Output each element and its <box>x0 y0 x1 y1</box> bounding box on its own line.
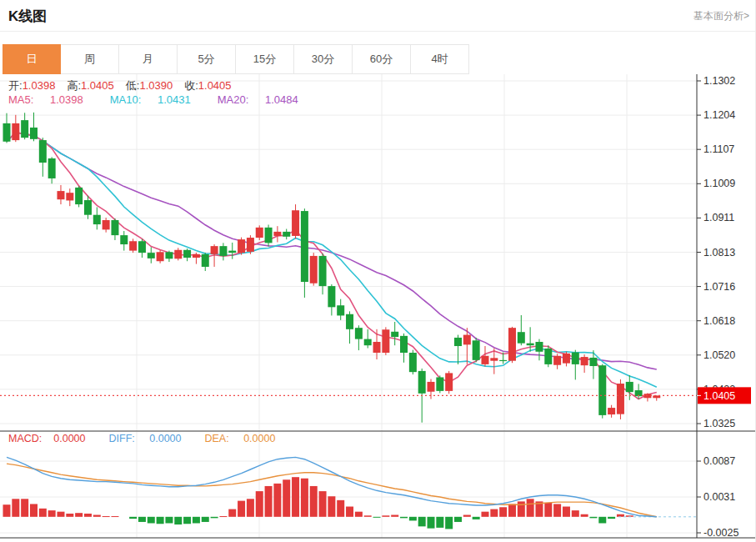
high-label: 高: <box>67 79 81 92</box>
ma5-label: MA5: <box>8 93 33 106</box>
svg-text:1.1204: 1.1204 <box>703 109 735 121</box>
dea-value: 0.0000 <box>243 433 275 444</box>
high-value: 1.0405 <box>81 79 114 92</box>
open-value: 1.0398 <box>23 79 56 92</box>
axis-frame <box>0 74 756 538</box>
close-label: 收: <box>184 79 198 92</box>
macd-value: 0.0000 <box>53 433 85 444</box>
ma20-label: MA20: <box>218 93 249 106</box>
ma20-line <box>7 133 657 369</box>
svg-text:1.0716: 1.0716 <box>703 281 735 293</box>
ma10-value: 1.0431 <box>158 93 191 106</box>
svg-text:1.0618: 1.0618 <box>703 315 735 327</box>
svg-text:1.0911: 1.0911 <box>703 212 734 223</box>
low-value: 1.0390 <box>139 79 173 92</box>
ma10-label: MA10: <box>110 93 142 106</box>
svg-text:1.0405: 1.0405 <box>703 390 735 402</box>
ma10-line <box>7 133 657 388</box>
ma5-value: 1.0398 <box>50 93 83 106</box>
dea-label: DEA: <box>204 433 228 444</box>
svg-text:1.1009: 1.1009 <box>703 178 735 189</box>
diff-label: DIFF: <box>109 433 135 444</box>
svg-text:-0.0025: -0.0025 <box>703 527 738 539</box>
kline-page: { "header": { "title": "K线图", "link": "基… <box>0 0 756 542</box>
svg-text:1.0520: 1.0520 <box>703 349 735 361</box>
macd-label: MACD: <box>8 433 42 444</box>
svg-text:0.0087: 0.0087 <box>703 455 735 467</box>
svg-text:1.1107: 1.1107 <box>703 143 734 155</box>
svg-text:1.1302: 1.1302 <box>703 75 735 87</box>
ma-legend: MA5: 1.0398MA10: 1.0431MA20: 1.0484 <box>8 93 325 106</box>
ma20-value: 1.0484 <box>265 93 298 106</box>
svg-text:1.0813: 1.0813 <box>703 247 735 258</box>
macd-layer <box>3 457 698 529</box>
last-price-badge: 1.0405 <box>697 387 751 404</box>
ohlc-legend: 开:1.0398高:1.0405低:1.0390收:1.0405 <box>8 78 243 93</box>
diff-value: 0.0000 <box>149 433 181 444</box>
low-label: 低: <box>126 79 140 92</box>
svg-text:1.0325: 1.0325 <box>703 418 735 429</box>
price-axis-labels: 1.13021.12041.11071.10091.09111.08131.07… <box>697 75 738 539</box>
grid-layer <box>0 74 697 538</box>
macd-legend: MACD:0.0000DIFF: 0.0000DEA: 0.0000 <box>8 433 298 444</box>
open-label: 开: <box>8 79 23 92</box>
close-value: 1.0405 <box>198 79 232 92</box>
svg-text:0.0031: 0.0031 <box>703 491 735 503</box>
